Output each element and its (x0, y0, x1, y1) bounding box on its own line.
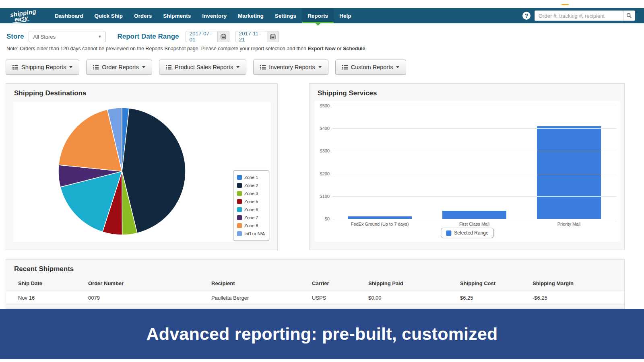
legend-swatch (446, 230, 451, 236)
nav-item-inventory[interactable]: Inventory (196, 8, 232, 23)
x-axis-category: Priority Mail (522, 222, 616, 226)
help-icon[interactable]: ? (522, 12, 530, 20)
legend-swatch (237, 199, 242, 204)
y-axis-tick: $500 (314, 103, 330, 108)
legend-item-zone-8[interactable]: Zone 8 (237, 222, 267, 230)
bar-column (522, 106, 616, 219)
nav-item-reports[interactable]: Reports (302, 8, 334, 23)
report-buttons-row: Shipping Reports Order Reports Product S… (6, 60, 406, 75)
col-shipping-cost[interactable]: Shipping Cost (448, 277, 520, 291)
col-recipient[interactable]: Recipient (199, 277, 300, 291)
custom-reports-button[interactable]: Custom Reports (335, 60, 407, 75)
top-strip (0, 0, 644, 8)
cell-ship-date: Nov 16 (6, 291, 76, 305)
legend-label: Selected Range (454, 230, 488, 236)
banner-text: Advanced reporting: pre-built, customize… (146, 324, 497, 344)
product-sales-reports-button[interactable]: Product Sales Reports (159, 60, 246, 75)
bars-container (332, 106, 616, 219)
search-icon (626, 13, 632, 19)
note-text: Note: Orders older than 120 days cannot … (6, 46, 308, 51)
legend-item-zone-7[interactable]: Zone 7 (237, 214, 267, 222)
date-to-value[interactable]: 2017-11-21 (235, 31, 267, 42)
report-filters: Store All Stores ▼ Report Date Range 201… (6, 31, 285, 43)
cell-order-number: 0079 (76, 291, 199, 305)
calendar-icon[interactable] (218, 31, 229, 42)
legend-item-zone-1[interactable]: Zone 1 (237, 173, 267, 181)
panel-title: Shipping Services (318, 89, 624, 97)
nav-item-marketing[interactable]: Marketing (232, 8, 269, 23)
bar-column (427, 106, 522, 219)
recent-shipments-panel: Recent Shipments Ship Date Order Number … (6, 259, 625, 309)
y-axis-tick: $0 (314, 216, 330, 221)
search-input[interactable] (535, 10, 623, 21)
store-select-value: All Stores (33, 34, 56, 40)
list-icon (12, 65, 18, 70)
bar-column (332, 106, 427, 219)
legend-item-zone-3[interactable]: Zone 3 (237, 189, 267, 197)
list-icon (342, 65, 348, 70)
col-carrier[interactable]: Carrier (300, 277, 356, 291)
nav-items: Dashboard Quick Ship Orders Shipments In… (49, 8, 357, 23)
legend-item-zone-2[interactable]: Zone 2 (237, 181, 267, 189)
bar-legend[interactable]: Selected Range (441, 228, 493, 238)
navbar-right: ? (522, 10, 635, 21)
table-row[interactable]: Nov 16 0079 Paulletta Berger USPS $0.00 … (6, 291, 624, 305)
caret-down-icon (396, 66, 399, 68)
list-icon (166, 65, 171, 70)
bar-chart-area: FedEx Ground (Up to 7 days)First Class M… (314, 101, 620, 242)
legend-item-zone-6[interactable]: Zone 6 (237, 206, 267, 214)
button-label: Product Sales Reports (175, 64, 233, 70)
bar-priority-mail[interactable] (537, 126, 601, 219)
search-button[interactable] (623, 10, 635, 21)
reports-note: Note: Orders older than 120 days cannot … (6, 46, 367, 51)
store-select[interactable]: All Stores ▼ (29, 31, 106, 42)
shippingeasy-logo[interactable]: shipping easy (10, 8, 41, 23)
nav-item-orders[interactable]: Orders (128, 8, 157, 23)
nav-item-quick-ship[interactable]: Quick Ship (89, 8, 129, 23)
bar-plot: FedEx Ground (Up to 7 days)First Class M… (332, 106, 616, 219)
order-reports-button[interactable]: Order Reports (86, 60, 152, 75)
col-ship-date[interactable]: Ship Date (6, 277, 76, 291)
legend-swatch (237, 207, 242, 212)
button-label: Shipping Reports (21, 64, 66, 70)
nav-item-settings[interactable]: Settings (269, 8, 302, 23)
legend-swatch (237, 191, 242, 196)
legend-item-int-l-or-n-a[interactable]: Int'l or N/A (237, 230, 267, 238)
legend-label: Zone 3 (244, 191, 258, 196)
date-from-value[interactable]: 2017-07-01 (186, 31, 218, 42)
caret-down-icon (69, 66, 72, 68)
col-shipping-paid[interactable]: Shipping Paid (356, 277, 448, 291)
recent-shipments-title: Recent Shipments (14, 265, 624, 273)
nav-item-shipments[interactable]: Shipments (157, 8, 196, 23)
date-from-field[interactable]: 2017-07-01 (186, 31, 229, 42)
pie-legend: Zone 1Zone 2Zone 3Zone 5Zone 6Zone 7Zone… (233, 170, 269, 241)
cell-recipient: Paulletta Berger (199, 291, 300, 305)
nav-item-help[interactable]: Help (334, 8, 357, 23)
cell-shipping-paid: $0.00 (356, 291, 448, 305)
y-axis-tick: $100 (314, 194, 330, 199)
col-order-number[interactable]: Order Number (76, 277, 199, 291)
date-to-field[interactable]: 2017-11-21 (235, 31, 279, 42)
legend-item-zone-5[interactable]: Zone 5 (237, 197, 267, 206)
gridline: $300 (332, 151, 616, 151)
caret-down-icon (236, 66, 239, 68)
cell-carrier: USPS (300, 291, 356, 305)
calendar-icon[interactable] (267, 31, 279, 42)
gridline: $500 (332, 106, 616, 106)
col-shipping-margin[interactable]: Shipping Margin (520, 277, 624, 291)
button-label: Inventory Reports (269, 64, 315, 70)
inventory-reports-button[interactable]: Inventory Reports (253, 60, 328, 75)
note-export-now: Export Now (308, 46, 335, 51)
legend-swatch (237, 231, 242, 236)
chevron-down-icon: ▼ (98, 35, 102, 39)
legend-label: Zone 2 (244, 183, 258, 188)
legend-label: Zone 8 (244, 223, 258, 228)
nav-item-dashboard[interactable]: Dashboard (49, 8, 89, 23)
list-icon (93, 65, 99, 70)
pie-chart[interactable] (13, 102, 271, 242)
panel-title: Shipping Destinations (14, 89, 277, 97)
category-labels: FedEx Ground (Up to 7 days)First Class M… (332, 222, 616, 226)
bar-first-class-mail[interactable] (442, 211, 507, 219)
shipping-reports-button[interactable]: Shipping Reports (6, 60, 79, 75)
promo-banner: Advanced reporting: pre-built, customize… (0, 309, 644, 359)
